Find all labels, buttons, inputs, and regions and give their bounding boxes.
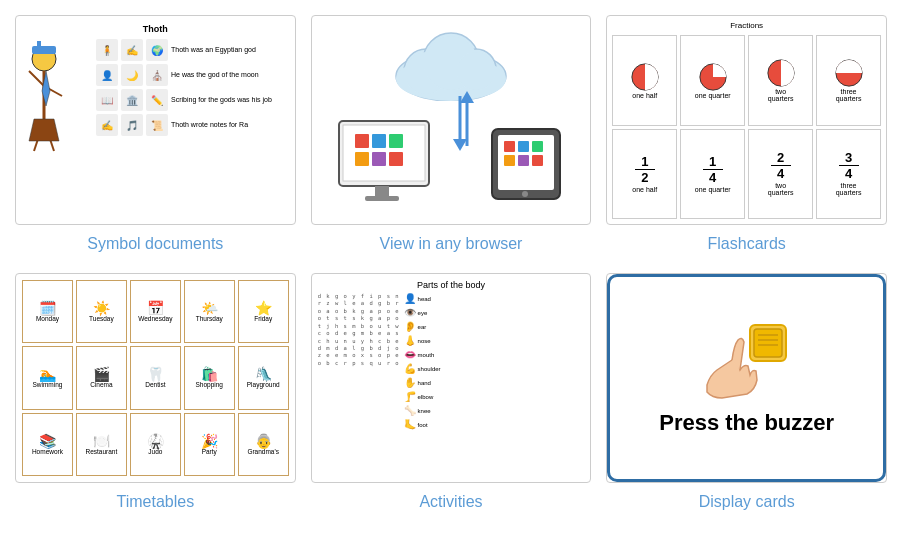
- wordsearch: d k g o y f i p s n r z w l e a d g b r …: [318, 293, 400, 476]
- svg-rect-39: [532, 155, 543, 166]
- svg-rect-46: [754, 329, 782, 357]
- tt-grandmas: 👵 Grandma's: [238, 413, 289, 476]
- display-card-text: Press the buzzer: [659, 410, 834, 436]
- svg-rect-30: [375, 186, 389, 196]
- doc-row-3: 📖 🏛️ ✏️ Scribing for the gods was his jo…: [96, 89, 287, 111]
- card-activities[interactable]: Parts of the body d k g o y f i p s n r …: [311, 273, 592, 511]
- svg-rect-27: [355, 152, 369, 166]
- doc-row-2: 👤 🌙 ⛪ He was the god of the moon: [96, 64, 287, 86]
- tt-playground: 🛝 Playground: [238, 346, 289, 409]
- svg-marker-7: [29, 119, 59, 141]
- activities-title: Parts of the body: [318, 280, 585, 290]
- fc-two-quarters: two quarters: [748, 35, 813, 126]
- card-image-display-cards: Press the buzzer: [606, 273, 887, 483]
- tt-shopping: 🛍️ Shopping: [184, 346, 235, 409]
- tt-judo: 🥋 Judo: [130, 413, 181, 476]
- fc-one-quarter: one quarter: [680, 35, 745, 126]
- card-image-flashcards: Fractions one half: [606, 15, 887, 225]
- tt-day-friday: ⭐ Friday: [238, 280, 289, 343]
- stick-figure-svg: [24, 41, 84, 191]
- svg-rect-34: [504, 141, 515, 152]
- fc-one-half: one half: [612, 35, 677, 126]
- svg-rect-29: [389, 152, 403, 166]
- svg-marker-21: [453, 139, 467, 151]
- tablet-svg: [490, 127, 570, 202]
- flashcard-title: Fractions: [612, 21, 881, 30]
- card-label-display-cards: Display cards: [699, 493, 795, 511]
- tt-day-wednesday: 📅 Wednesday: [130, 280, 181, 343]
- card-label-symbol-documents: Symbol documents: [87, 235, 223, 253]
- tt-cinema: 🎬 Cinema: [76, 346, 127, 409]
- fc-frac-half: 1 2 one half: [612, 129, 677, 220]
- card-image-view-browser: [311, 15, 592, 225]
- svg-rect-9: [37, 41, 41, 47]
- card-label-view-browser: View in any browser: [380, 235, 523, 253]
- svg-rect-37: [504, 155, 515, 166]
- card-image-activities: Parts of the body d k g o y f i p s n r …: [311, 273, 592, 483]
- tt-swimming: 🏊 Swimming: [22, 346, 73, 409]
- tt-day-thursday: 🌤️ Thursday: [184, 280, 235, 343]
- svg-rect-24: [355, 134, 369, 148]
- card-image-timetables: 🗓️ Monday ☀️ Tuesday 📅 Wednesday 🌤️ Thur…: [15, 273, 296, 483]
- card-display-cards[interactable]: Press the buzzer Display cards: [606, 273, 887, 511]
- tt-day-monday: 🗓️ Monday: [22, 280, 73, 343]
- tt-party: 🎉 Party: [184, 413, 235, 476]
- svg-rect-31: [365, 196, 399, 201]
- fc-three-quarters: three quarters: [816, 35, 881, 126]
- doc-title: Thoth: [24, 24, 287, 34]
- body-parts-list: 👤head 👁️eye 👂ear 👃nose 👄mouth 💪shoulder …: [404, 293, 441, 476]
- svg-rect-26: [389, 134, 403, 148]
- svg-rect-25: [372, 134, 386, 148]
- card-label-activities: Activities: [419, 493, 482, 511]
- tt-day-tuesday: ☀️ Tuesday: [76, 280, 127, 343]
- svg-rect-38: [518, 155, 529, 166]
- card-label-flashcards: Flashcards: [708, 235, 786, 253]
- doc-row-4: ✍️ 🎵 📜 Thoth wrote notes for Ra: [96, 114, 287, 136]
- card-view-browser[interactable]: View in any browser: [311, 15, 592, 253]
- svg-line-2: [29, 71, 44, 86]
- card-flashcards[interactable]: Fractions one half: [606, 15, 887, 253]
- svg-point-17: [457, 52, 495, 90]
- svg-rect-35: [518, 141, 529, 152]
- svg-rect-28: [372, 152, 386, 166]
- svg-rect-8: [32, 46, 56, 54]
- fc-frac-two-quarters: 2 4 two quarters: [748, 129, 813, 220]
- card-label-timetables: Timetables: [117, 493, 195, 511]
- fc-frac-three-quarters: 3 4 three quarters: [816, 129, 881, 220]
- tt-homework: 📚 Homework: [22, 413, 73, 476]
- tt-dentist: 🦷 Dentist: [130, 346, 181, 409]
- buzzer-svg: [702, 320, 792, 400]
- svg-rect-36: [532, 141, 543, 152]
- card-symbol-documents[interactable]: Thoth: [15, 15, 296, 253]
- svg-point-40: [522, 191, 528, 197]
- arrow-down-right: [445, 91, 475, 151]
- monitor-svg: [337, 119, 447, 204]
- card-timetables[interactable]: 🗓️ Monday ☀️ Tuesday 📅 Wednesday 🌤️ Thur…: [15, 273, 296, 511]
- main-grid: Thoth: [15, 15, 887, 511]
- fc-frac-quarter: 1 4 one quarter: [680, 129, 745, 220]
- card-image-symbol-documents: Thoth: [15, 15, 296, 225]
- doc-row-1: 🧍 ✍️ 🌍 Thoth was an Egyptian god: [96, 39, 287, 61]
- tt-restaurant: 🍽️ Restaurant: [76, 413, 127, 476]
